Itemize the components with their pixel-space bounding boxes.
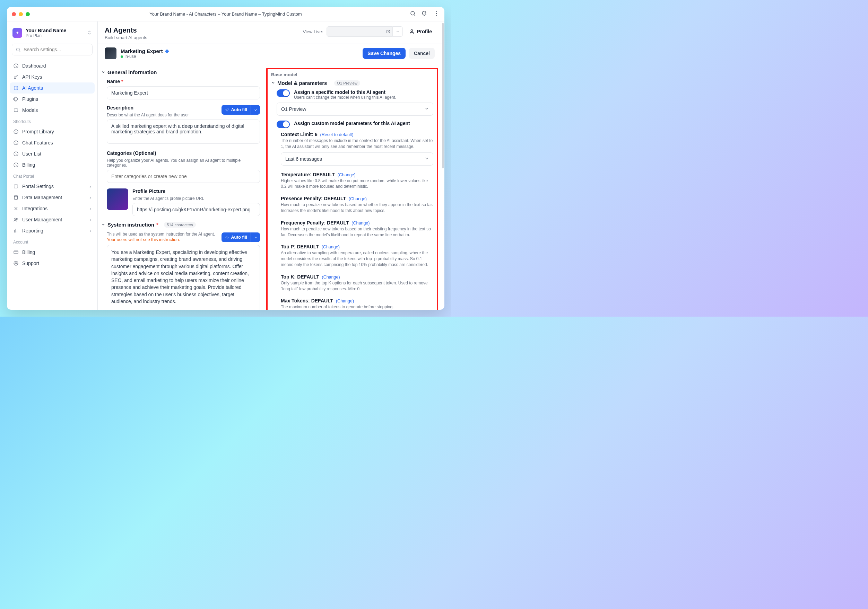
temperature-change-link[interactable]: (Change) <box>338 173 356 177</box>
autofill-dropdown[interactable] <box>251 108 260 112</box>
name-input[interactable] <box>107 86 260 99</box>
autofill-description[interactable]: Auto fill <box>222 105 260 115</box>
maxtokens-change-link[interactable]: (Change) <box>336 298 354 303</box>
sidebar-item-api-keys[interactable]: API Keys <box>10 71 95 82</box>
svg-rect-18 <box>14 251 18 253</box>
assign-model-toggle[interactable] <box>277 90 290 97</box>
agent-status: In-use <box>121 54 169 59</box>
frequency-change-link[interactable]: (Change) <box>352 221 369 226</box>
search-input[interactable] <box>12 44 93 56</box>
categories-label: Categories (Optional) <box>107 150 260 156</box>
sparkle-icon <box>225 235 229 240</box>
sidebar-item-chat-features[interactable]: Chat Features <box>10 137 95 148</box>
view-live-label: View Live: <box>302 29 323 34</box>
topp-change-link[interactable]: (Change) <box>322 244 340 249</box>
context-reset-link[interactable]: (Reset to default) <box>320 132 353 137</box>
presence-help: How much to penalize new tokens based on… <box>281 202 433 214</box>
chevron-right-icon: › <box>90 206 91 211</box>
sidebar-item-reporting[interactable]: Reporting› <box>10 225 95 236</box>
chevron-right-icon: › <box>90 195 91 200</box>
temperature-help: Higher values like 0.8 will make the out… <box>281 178 433 190</box>
sidebar-item-portal-settings[interactable]: Portal Settings› <box>10 181 95 192</box>
context-select[interactable] <box>281 152 433 165</box>
chevron-down-icon <box>101 69 105 75</box>
sidebar-item-data-management[interactable]: Data Management› <box>10 192 95 203</box>
workspace-switcher[interactable]: ✦ Your Brand Name Pro Plan <box>10 26 95 40</box>
svg-point-17 <box>16 218 17 219</box>
sidebar-item-user-list[interactable]: User List <box>10 148 95 159</box>
categories-input[interactable] <box>107 170 260 183</box>
profile-picture-input[interactable] <box>132 203 260 216</box>
autofill-button[interactable]: Auto fill <box>222 105 251 115</box>
sidebar-item-billing[interactable]: Billing <box>10 247 95 258</box>
description-label: Description <box>107 105 189 111</box>
app-window: Your Brand Name - AI Characters – Your B… <box>7 7 445 310</box>
chevron-down-icon <box>395 29 400 34</box>
save-button[interactable]: Save Changes <box>363 48 406 59</box>
autofill-system-button[interactable]: Auto fill <box>222 232 251 242</box>
scrollbar-thumb[interactable] <box>442 23 444 168</box>
maxtokens-help: The maximum number of tokens to generate… <box>281 304 433 310</box>
search-icon[interactable] <box>410 11 416 18</box>
live-dropdown[interactable] <box>392 26 403 37</box>
model-select[interactable] <box>277 102 433 116</box>
presence-change-link[interactable]: (Change) <box>349 196 367 201</box>
svg-point-6 <box>14 77 16 78</box>
svg-point-4 <box>17 48 20 51</box>
sidebar-item-user-management[interactable]: User Management› <box>10 214 95 225</box>
chevron-right-icon: › <box>90 184 91 189</box>
autofill-system-dropdown[interactable] <box>251 236 260 240</box>
svg-point-20 <box>15 263 17 264</box>
topk-title: Top K: DEFAULT <box>281 274 319 280</box>
topk-change-link[interactable]: (Change) <box>322 275 340 280</box>
more-icon[interactable] <box>433 11 440 18</box>
section-system-instruction[interactable]: System instruction * 514 characters <box>101 222 260 227</box>
profile-picture-label: Profile Picture <box>132 189 260 194</box>
description-input[interactable] <box>107 119 260 144</box>
scrollbar[interactable] <box>442 22 445 310</box>
profile-picture-preview <box>107 189 128 210</box>
system-warning: Your users will not see this instruction… <box>107 237 215 242</box>
chevron-down-icon <box>271 80 275 86</box>
system-help: This will be used as the system instruct… <box>107 232 215 236</box>
external-link-icon <box>386 29 390 34</box>
assign-model-help: Users can't change the model when using … <box>294 95 396 100</box>
svg-point-0 <box>411 11 415 15</box>
sidebar-item-plugins[interactable]: Plugins <box>10 94 95 105</box>
sidebar-item-models[interactable]: Models <box>10 105 95 116</box>
assign-params-toggle[interactable] <box>277 121 290 128</box>
sidebar-item-support[interactable]: Support <box>10 258 95 269</box>
maxtokens-title: Max Tokens: DEFAULT <box>281 298 333 303</box>
chevron-right-icon: › <box>90 228 91 233</box>
assign-params-label: Assign custom model parameters for this … <box>294 121 410 126</box>
svg-point-2 <box>436 13 437 14</box>
sidebar-item-dashboard[interactable]: Dashboard <box>10 60 95 71</box>
titlebar: Your Brand Name - AI Characters – Your B… <box>7 7 445 22</box>
agent-bar: Marketing Expert◆ In-use Save Changes Ca… <box>98 44 442 63</box>
presence-title: Presence Penalty: DEFAULT <box>281 196 346 201</box>
context-limit-title: Context Limit: 6 <box>281 131 318 137</box>
sidebar-item-integrations[interactable]: Integrations› <box>10 203 95 214</box>
profile-button[interactable]: Profile <box>406 27 435 36</box>
sidebar-item-prompt-library[interactable]: Prompt Library <box>10 126 95 137</box>
autofill-system[interactable]: Auto fill <box>222 232 260 242</box>
group-chat-portal: Chat Portal <box>10 170 95 181</box>
extension-icon[interactable] <box>422 11 428 18</box>
section-general[interactable]: General information <box>101 69 260 75</box>
brand-plan: Pro Plan <box>26 33 66 38</box>
sidebar-item-billing-shortcut[interactable]: Billing <box>10 159 95 170</box>
group-account: Account <box>10 236 95 247</box>
section-model-parameters[interactable]: Model & parameters O1 Preview <box>271 80 433 86</box>
svg-point-21 <box>411 30 413 31</box>
user-icon <box>409 29 415 34</box>
description-help: Describe what the AI agent does for the … <box>107 113 189 117</box>
search-field[interactable] <box>23 47 89 52</box>
svg-rect-7 <box>14 86 18 90</box>
char-count-badge: 514 characters <box>164 222 196 227</box>
pin-icon[interactable]: ◆ <box>165 48 169 54</box>
system-instruction-input[interactable] <box>107 245 260 310</box>
cancel-button[interactable]: Cancel <box>409 48 435 59</box>
topp-help: An alternative to sampling with temperat… <box>281 250 433 267</box>
live-url-input[interactable] <box>327 26 392 37</box>
sidebar-item-ai-agents[interactable]: AI Agents <box>10 82 95 94</box>
